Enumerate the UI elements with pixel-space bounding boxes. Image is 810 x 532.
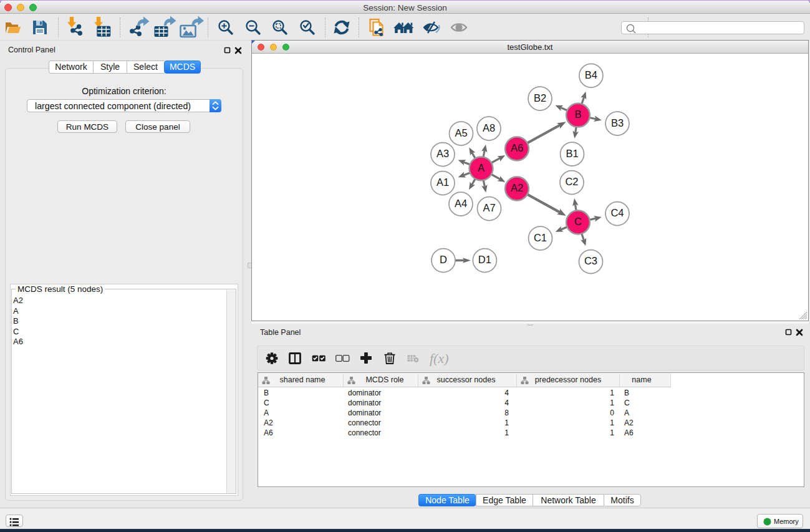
- svg-text:B: B: [574, 109, 581, 120]
- svg-text:C2: C2: [565, 176, 578, 187]
- svg-text:B2: B2: [534, 92, 546, 104]
- svg-text:A6: A6: [511, 142, 523, 153]
- svg-text:A4: A4: [455, 198, 467, 209]
- svg-text:A: A: [478, 162, 485, 173]
- svg-text:B3: B3: [611, 117, 624, 128]
- svg-text:A7: A7: [483, 202, 495, 213]
- svg-text:C: C: [574, 216, 582, 227]
- svg-text:A2: A2: [511, 182, 523, 193]
- svg-text:D1: D1: [478, 254, 491, 265]
- svg-text:B1: B1: [566, 148, 578, 159]
- svg-text:C4: C4: [610, 207, 624, 218]
- svg-text:C1: C1: [534, 232, 547, 243]
- svg-text:D: D: [440, 254, 447, 265]
- svg-text:B4: B4: [585, 69, 597, 80]
- svg-text:f(x): f(x): [430, 351, 449, 366]
- svg-text:A8: A8: [483, 122, 495, 133]
- svg-text:C3: C3: [584, 255, 597, 266]
- svg-text:A3: A3: [436, 148, 449, 159]
- svg-text:A1: A1: [436, 177, 449, 188]
- svg-text:A5: A5: [455, 127, 467, 138]
